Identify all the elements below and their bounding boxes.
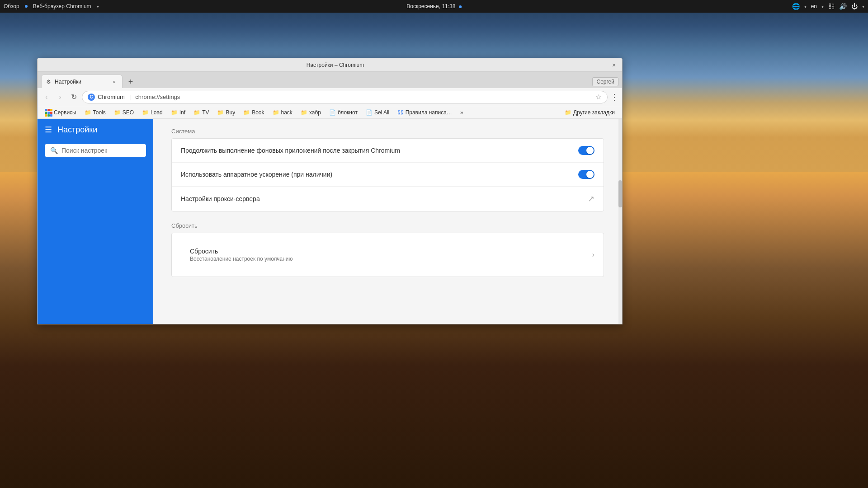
window-title: Настройки – Chromium: [60, 62, 610, 68]
settings-tab-close[interactable]: ×: [110, 78, 118, 85]
bookmark-sel-all-label: Sel All: [374, 109, 389, 116]
tab-bar-right: Сергей: [592, 77, 618, 88]
new-tab-button[interactable]: +: [124, 75, 137, 88]
browser-menu-button[interactable]: ⋮: [610, 92, 618, 102]
taskbar-app-dropdown[interactable]: ▾: [97, 4, 99, 9]
lang-label[interactable]: en: [811, 3, 817, 9]
bookmark-inf-label: Inf: [179, 109, 185, 116]
bookmarks-more-button[interactable]: »: [458, 108, 466, 117]
bookmark-services[interactable]: Сервисы: [41, 108, 80, 117]
taskbar-left: Обзор Веб-браузер Chromium ▾: [4, 3, 99, 9]
window-titlebar: Настройки – Chromium ×: [38, 58, 622, 72]
reset-row-content: Сбросить Восстановление настроек по умол…: [181, 240, 592, 269]
bookmark-tv[interactable]: 📁 TV: [190, 108, 212, 117]
bookmark-star-button[interactable]: ☆: [595, 93, 602, 101]
bookmark-habr-label: хабр: [309, 109, 321, 116]
other-folder-icon: 📁: [565, 109, 571, 116]
datetime-dot: [459, 5, 462, 8]
power-icon[interactable]: ⏻: [851, 3, 858, 10]
settings-search-container: 🔍: [38, 141, 153, 160]
taskbar-datetime: Воскресенье, 11:38: [406, 3, 462, 9]
settings-page-title: Настройки: [57, 125, 97, 135]
globe-icon[interactable]: 🌐: [792, 3, 800, 10]
services-grid-icon: [45, 109, 52, 116]
background-apps-row: Продолжить выполнение фоновых приложений…: [172, 139, 604, 163]
system-section: Система Продолжить выполнение фоновых пр…: [171, 128, 604, 211]
taskbar-dropdown-arrow[interactable]: ▾: [804, 4, 807, 9]
taskbar: Обзор Веб-браузер Chromium ▾ Воскресенье…: [0, 0, 868, 13]
bookmark-book[interactable]: 📁 Book: [240, 108, 268, 117]
user-badge[interactable]: Сергей: [592, 77, 618, 86]
bookmark-buy-label: Buy: [226, 109, 235, 116]
bookmark-tools-label: Tools: [93, 109, 106, 116]
reset-chevron-icon: ›: [592, 251, 594, 259]
bookmark-hack[interactable]: 📁 hack: [269, 108, 296, 117]
lang-dropdown-arrow[interactable]: ▾: [821, 4, 824, 9]
bookmark-notepad[interactable]: 📄 блокнот: [326, 108, 361, 117]
folder-icon: 📁: [193, 109, 200, 116]
bookmark-tv-label: TV: [202, 109, 209, 116]
bookmark-buy[interactable]: 📁 Buy: [213, 108, 239, 117]
power-dropdown-arrow[interactable]: ▾: [862, 4, 864, 9]
bookmark-load[interactable]: 📁 Load: [138, 108, 166, 117]
bookmark-rules[interactable]: §§ Правила написа…: [394, 108, 456, 117]
bookmark-habr[interactable]: 📁 хабр: [297, 108, 325, 117]
tab-bar: ⚙ Настройки × + Сергей: [38, 72, 622, 88]
proxy-external-link-icon[interactable]: ↗: [588, 194, 594, 204]
site-favicon: C: [88, 94, 95, 101]
network-icon[interactable]: ⛓: [828, 3, 835, 10]
folder-icon: 📁: [114, 109, 121, 116]
back-button[interactable]: ‹: [41, 92, 52, 103]
address-input[interactable]: C Chromium | chrome://settings ☆: [82, 91, 608, 103]
bookmark-other-label: Другие закладки: [573, 109, 615, 116]
bookmark-services-label: Сервисы: [54, 109, 76, 116]
folder-icon: 📁: [243, 109, 250, 116]
settings-search-input[interactable]: [61, 147, 141, 154]
folder-icon: 📁: [273, 109, 279, 116]
system-section-title: Система: [171, 128, 604, 135]
reset-section: Сбросить Сбросить Восстановление настрое…: [171, 222, 604, 277]
settings-sidebar: ☰ Настройки 🔍: [38, 119, 153, 324]
bookmarks-bar: Сервисы 📁 Tools 📁 SEO 📁 Load 📁 Inf 📁 TV …: [38, 106, 622, 119]
section-icon: §§: [397, 109, 403, 116]
scrollbar-thumb[interactable]: [618, 180, 622, 207]
proxy-row: Настройки прокси-сервера ↗: [172, 187, 604, 211]
bookmark-book-label: Book: [252, 109, 264, 116]
reload-button[interactable]: ↻: [68, 92, 79, 103]
settings-page: ☰ Настройки 🔍 Система Продол: [38, 119, 622, 324]
bookmark-inf[interactable]: 📁 Inf: [167, 108, 189, 117]
reset-settings-row[interactable]: Сбросить Восстановление настроек по умол…: [172, 233, 604, 277]
reset-section-title: Сбросить: [171, 222, 604, 229]
bookmark-notepad-label: блокнот: [338, 109, 358, 116]
reset-row-subtitle: Восстановление настроек по умолчанию: [190, 256, 293, 262]
file-icon: 📄: [329, 109, 336, 116]
file-icon: 📄: [366, 109, 373, 116]
browser-window: Настройки – Chromium × ⚙ Настройки × + С…: [37, 58, 623, 324]
taskbar-dot: [25, 5, 28, 8]
folder-icon: 📁: [301, 109, 307, 116]
folder-icon: 📁: [217, 109, 224, 116]
scrollbar-track: [618, 119, 622, 324]
hardware-accel-label: Использовать аппаратное ускорение (при н…: [181, 171, 578, 178]
overview-label[interactable]: Обзор: [4, 3, 19, 9]
settings-search-box[interactable]: 🔍: [45, 144, 146, 157]
settings-tab-icon: ⚙: [46, 79, 51, 85]
bookmark-other-button[interactable]: 📁 Другие закладки: [561, 108, 618, 117]
settings-content: Система Продолжить выполнение фоновых пр…: [153, 119, 622, 324]
search-icon: 🔍: [50, 147, 58, 154]
hardware-accel-toggle[interactable]: [578, 170, 594, 179]
folder-icon: 📁: [85, 109, 91, 116]
bookmark-tools[interactable]: 📁 Tools: [81, 108, 109, 117]
background-apps-toggle[interactable]: [578, 146, 594, 155]
proxy-label: Настройки прокси-сервера: [181, 195, 588, 202]
bookmark-sel-all[interactable]: 📄 Sel All: [362, 108, 393, 117]
bookmark-seo[interactable]: 📁 SEO: [110, 108, 137, 117]
hamburger-icon[interactable]: ☰: [45, 125, 52, 135]
bookmark-rules-label: Правила написа…: [406, 109, 452, 116]
window-close-button[interactable]: ×: [610, 61, 618, 69]
address-url: chrome://settings: [135, 94, 180, 100]
taskbar-app-label[interactable]: Веб-браузер Chromium: [33, 3, 91, 9]
volume-icon[interactable]: 🔊: [839, 3, 847, 10]
settings-tab[interactable]: ⚙ Настройки ×: [41, 75, 123, 88]
forward-button[interactable]: ›: [55, 92, 66, 103]
